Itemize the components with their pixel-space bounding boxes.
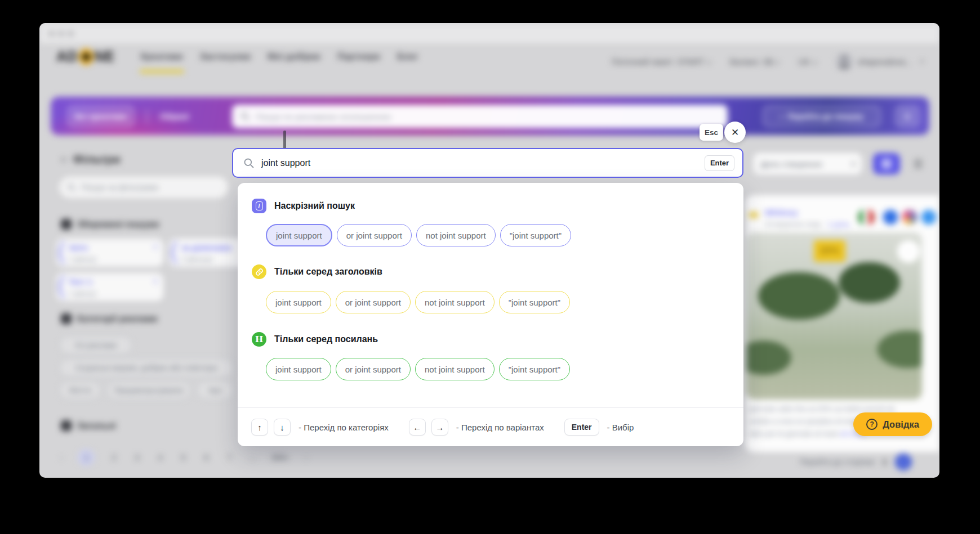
filters-search-input[interactable] xyxy=(81,183,220,192)
all-creatives-button[interactable]: Всі креативи xyxy=(68,106,134,127)
page-button-6[interactable]: 6 xyxy=(202,453,210,462)
page-button-...[interactable]: ... xyxy=(248,453,256,462)
username-label: shapovalova... xyxy=(858,57,912,66)
nav-item-4[interactable]: Блог xyxy=(397,52,418,65)
traffic-light-zoom[interactable] xyxy=(68,30,74,37)
toolbar-search-input[interactable] xyxy=(256,112,720,122)
ad-categories-title: Категорії реклами xyxy=(77,314,158,324)
chevron-down-icon: ▾ xyxy=(920,58,924,65)
categories-line-option[interactable]: Соціальні мережі, добірки або пойнтери xyxy=(59,358,234,377)
ad-more-button[interactable]: ⋯ xyxy=(897,240,920,263)
chevron-down-icon: ▾ xyxy=(776,59,779,66)
help-button[interactable]: ? Довідка xyxy=(853,412,932,436)
nav-item-3[interactable]: Партнери xyxy=(337,52,380,65)
hint-label-1: - Перехід по варіантах xyxy=(456,423,544,432)
search-option-pill[interactable]: "joint support" xyxy=(499,291,570,313)
link-icon xyxy=(252,264,266,279)
ad-title-link[interactable]: Whitney xyxy=(765,208,798,217)
ad-meta-link[interactable]: 1 день xyxy=(827,220,850,228)
search-option-pill[interactable]: or joint support xyxy=(337,224,412,246)
saved-search-card[interactable]: (Авто1 фільтр✕ xyxy=(56,239,163,267)
search-icon xyxy=(67,183,76,192)
nav-item-1[interactable]: Застосунки xyxy=(200,52,251,65)
go-back-button[interactable]: ‹ Перейти до пошуку xyxy=(763,106,880,127)
filters-title: Фільтри xyxy=(73,152,120,166)
prev-page-button[interactable]: ‹ xyxy=(60,452,63,463)
settings-icon xyxy=(61,420,72,431)
telegram-icon[interactable] xyxy=(920,209,937,226)
search-category-header-2: HТільки серед посилань xyxy=(252,332,378,347)
category-chip[interactable]: Жетти xyxy=(59,381,101,400)
toolbar-search[interactable] xyxy=(232,105,728,128)
page-button-5[interactable]: 5 xyxy=(179,453,187,462)
creatives-toolbar: Всі креативи Обрані ‹ Перейти до пошуку … xyxy=(51,97,929,135)
close-search-button[interactable]: ✕ xyxy=(724,122,746,143)
favorites-tab[interactable]: Обрані xyxy=(160,111,189,121)
language-selector[interactable]: UK▾ xyxy=(798,57,816,66)
toolbar-menu-button[interactable]: ☰ xyxy=(896,106,919,127)
question-icon: ? xyxy=(866,419,877,430)
chevron-left-icon: ‹ xyxy=(780,112,783,121)
instagram-icon[interactable] xyxy=(901,209,918,226)
page-button-4[interactable]: 4 xyxy=(156,453,164,462)
page-button-7[interactable]: 7 xyxy=(225,453,233,462)
search-option-pill[interactable]: not joint support xyxy=(415,291,495,313)
search-option-pill[interactable]: not joint support xyxy=(415,358,495,380)
search-modal-input[interactable] xyxy=(261,158,698,168)
remove-icon[interactable]: ✕ xyxy=(153,243,158,251)
search-category-label: Тільки серед посилань xyxy=(274,334,378,344)
bracket-decoration: ( xyxy=(57,272,65,299)
next-page-button[interactable]: › xyxy=(305,452,308,463)
italy-flag-icon xyxy=(858,209,875,226)
search-option-pill[interactable]: "joint support" xyxy=(500,224,571,246)
category-chip[interactable]: Працевлаштування xyxy=(106,381,191,400)
filters-header: « Фільтри xyxy=(61,152,121,166)
sort-label: Дата створення xyxy=(760,159,822,169)
search-option-pill[interactable]: "joint support" xyxy=(499,358,570,380)
page-button-999+[interactable]: 999+ xyxy=(271,453,289,462)
saved-search-name[interactable]: Тест 1 xyxy=(69,277,158,286)
discount-badge: 20% xyxy=(814,240,845,262)
nav-item-0[interactable]: Креативи xyxy=(141,52,183,65)
goto-page-button[interactable]: › xyxy=(895,454,912,470)
facebook-icon[interactable] xyxy=(882,209,899,226)
remove-icon[interactable]: ✕ xyxy=(153,277,158,285)
user-menu[interactable]: shapovalova... ▾ xyxy=(836,53,924,70)
search-option-pill[interactable]: joint support xyxy=(266,291,331,313)
nav-item-2[interactable]: Мої добірки xyxy=(268,52,320,65)
balance-selector[interactable]: Баланс: 0$▾ xyxy=(730,57,779,66)
saved-search-card[interactable]: (Тест 11 фільтр✕ xyxy=(56,273,163,301)
heading-glyph: H xyxy=(255,334,263,344)
sort-select[interactable]: Дата створення ▾ xyxy=(754,153,862,174)
toolbar-divider xyxy=(146,109,148,124)
category-chip[interactable]: Кре xyxy=(197,381,234,400)
all-ads-option[interactable]: Усі реклами xyxy=(59,336,132,354)
search-option-pill[interactable]: or joint support xyxy=(336,291,411,313)
page-button-1[interactable]: 1 xyxy=(78,449,95,466)
goto-page-value[interactable]: 1 xyxy=(883,457,887,466)
traffic-light-minimize[interactable] xyxy=(58,30,64,37)
grid-icon xyxy=(61,313,72,324)
arrow-right-icon: › xyxy=(902,457,905,466)
list-view-button[interactable]: ☰ xyxy=(910,156,926,171)
search-options-row-0: joint supportor joint supportnot joint s… xyxy=(266,224,571,246)
arrow-key-icon: → xyxy=(431,419,448,436)
page-button-2[interactable]: 2 xyxy=(110,453,118,462)
search-option-pill[interactable]: joint support xyxy=(266,358,331,380)
search-option-pill[interactable]: joint support xyxy=(266,224,332,246)
search-option-pill[interactable]: not joint support xyxy=(416,224,496,246)
grid-view-button[interactable] xyxy=(873,153,900,174)
search-option-pill[interactable]: or joint support xyxy=(336,358,411,380)
ad-categories-header: Категорії реклами xyxy=(61,313,158,324)
traffic-light-close[interactable] xyxy=(48,30,55,37)
esc-key-hint: Esc xyxy=(700,124,723,141)
ad-image[interactable]: 20% ⋯ xyxy=(746,232,922,400)
plan-selector[interactable]: Поточний пакет: START▾ xyxy=(612,57,711,66)
arrow-key-icon: ← xyxy=(409,419,426,436)
goto-page: Перейти до сторінки 1 › xyxy=(800,454,912,470)
filters-search[interactable] xyxy=(59,177,228,198)
collapse-sidebar-icon[interactable]: « xyxy=(61,154,66,165)
saved-search-name[interactable]: Авто xyxy=(69,243,158,252)
menu-icon: ☰ xyxy=(903,111,911,122)
page-button-3[interactable]: 3 xyxy=(133,453,141,462)
